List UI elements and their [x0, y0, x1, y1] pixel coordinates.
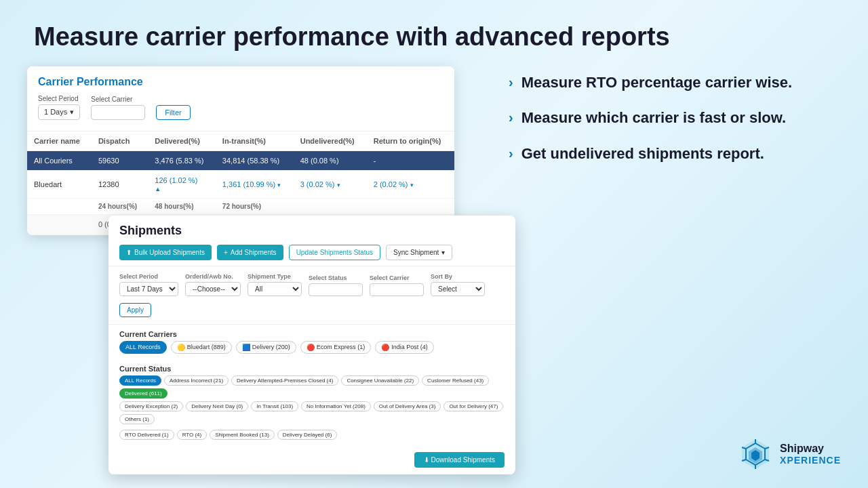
logo-area: Shipway XPERIENCE — [738, 436, 841, 472]
col-undelivered: Undelivered(%) — [294, 131, 367, 151]
status-tag-all[interactable]: ALL Records — [119, 375, 161, 386]
filter-period-label: Select Period — [119, 273, 178, 280]
shipments-title: Shipments — [119, 224, 505, 238]
select-carrier-label: Select Carrier — [91, 96, 145, 103]
chevron-down-icon: ▾ — [441, 249, 445, 256]
filter-status-input[interactable] — [309, 283, 363, 296]
filter-period-select[interactable]: Last 7 Days — [119, 282, 178, 296]
status-tag-delivered[interactable]: Delivered (611) — [119, 388, 167, 399]
right-panel: › Measure RTO percentage carrier wise. ›… — [509, 66, 841, 480]
status-tag-shipment-booked[interactable]: Shipment Booked (13) — [210, 430, 275, 440]
status-tag-address-incorrect[interactable]: Address Incorrect (21) — [164, 375, 229, 386]
bulk-upload-button[interactable]: ⬆ Bulk Upload Shipments — [119, 245, 212, 260]
filter-orderid-label: OrderId/Awb No. — [185, 273, 241, 280]
col-delivered: Delivered(%) — [148, 131, 216, 151]
page-title: Measure carrier performance with advance… — [0, 0, 868, 66]
bullet-text-1: Measure RTO percentage carrier wise. — [521, 73, 792, 93]
status-tag-out-delivery-area[interactable]: Out of Delivery Area (3) — [374, 401, 441, 411]
left-panel: Carrier Performance Select Period 1 Days… — [27, 66, 488, 432]
filter-orderid-select[interactable]: --Choose-- — [185, 282, 241, 296]
filter-carrier-input[interactable] — [370, 283, 424, 296]
carrier-performance-card: Carrier Performance Select Period 1 Days… — [27, 66, 454, 235]
speed-headers-row: 24 hours(%) 48 hours(%) 72 hours(%) — [27, 198, 454, 214]
col-rto: Return to origin(%) — [367, 131, 454, 151]
status-tag-consignee[interactable]: Consignee Unavailable (22) — [341, 375, 419, 386]
table-row: All Couriers 59630 3,476 (5.83 %) 34,814… — [27, 150, 454, 170]
chevron-down-icon: ▾ — [70, 108, 74, 117]
col-carrier-name: Carrier name — [27, 131, 92, 151]
download-icon: ⬇ — [424, 456, 431, 464]
col-intransit: In-transit(%) — [216, 131, 294, 151]
carrier-tag-all[interactable]: ALL Records — [119, 341, 167, 354]
status-tag-rto[interactable]: RTO (4) — [177, 430, 208, 440]
status-tag-out-for-delivery[interactable]: Out for Delivery (47) — [443, 401, 503, 411]
bullet-item-2: › Measure which carrier is fast or slow. — [509, 108, 841, 128]
select-period-label: Select Period — [38, 95, 80, 102]
status-tag-delivery-next-day[interactable]: Delivery Next Day (0) — [186, 401, 248, 411]
shipments-card: Shipments ⬆ Bulk Upload Shipments + Add … — [108, 216, 515, 474]
add-shipments-button[interactable]: + Add Shipments — [217, 245, 283, 260]
filter-button[interactable]: Filter — [156, 105, 190, 120]
status-tag-no-info[interactable]: No Information Yet (208) — [301, 401, 371, 411]
bullet-item-3: › Get undelivered shipments report. — [509, 144, 841, 164]
carriers-row: ALL Records 🟡 Bluedart (889) 🟦 Delivery … — [108, 341, 515, 359]
bullet-text-3: Get undelivered shipments report. — [521, 144, 764, 164]
status-tag-delivery-attempted[interactable]: Delivery Attempted-Premises Closed (4) — [231, 375, 338, 386]
carrier-card-title: Carrier Performance — [38, 76, 443, 88]
select-carrier-input[interactable] — [91, 105, 145, 120]
bullet-item-1: › Measure RTO percentage carrier wise. — [509, 73, 841, 93]
download-shipments-button[interactable]: ⬇ Download Shipments — [414, 452, 505, 468]
select-period-input[interactable]: 1 Days ▾ — [38, 104, 80, 120]
col-dispatch: Dispatch — [92, 131, 148, 151]
status-tag-others[interactable]: Others (1) — [119, 414, 155, 424]
chevron-icon-3: › — [509, 146, 513, 161]
status-tag-delivery-exception[interactable]: Delivery Exception (2) — [119, 401, 183, 411]
bullet-text-2: Measure which carrier is fast or slow. — [521, 108, 786, 128]
apply-button[interactable]: Apply — [119, 303, 151, 317]
filter-carrier-label: Select Carrier — [370, 274, 424, 281]
carrier-tag-bluedart[interactable]: 🟡 Bluedart (889) — [171, 341, 232, 354]
sync-button[interactable]: Sync Shipment ▾ — [386, 245, 452, 260]
filter-shiptype-select[interactable]: All — [248, 282, 302, 296]
carrier-tag-ecom[interactable]: 🔴 Ecom Express (1) — [300, 341, 372, 354]
filter-status-label: Select Status — [309, 274, 363, 281]
status-tag-customer-refused[interactable]: Customer Refused (43) — [422, 375, 489, 386]
logo-text: Shipway XPERIENCE — [780, 443, 841, 466]
table-row: Bluedart 12380 126 (1.02 %)▲ 1,361 (10.9… — [27, 170, 454, 198]
status-tag-in-transit[interactable]: In Transit (103) — [251, 401, 298, 411]
update-status-button[interactable]: Update Shipments Status — [289, 245, 380, 260]
plus-icon: + — [224, 249, 228, 256]
status-tag-delivery-delayed[interactable]: Delivery Delayed (6) — [277, 430, 337, 440]
chevron-icon-2: › — [509, 110, 513, 125]
current-status-label: Current Status — [108, 359, 515, 375]
status-tag-rto-delivered[interactable]: RTO Delivered (1) — [119, 430, 174, 440]
carrier-tag-indiapost[interactable]: 🔴 India Post (4) — [375, 341, 434, 354]
filter-sortby-label: Sort By — [431, 273, 485, 280]
upload-icon: ⬆ — [126, 249, 132, 256]
carrier-tag-delivery[interactable]: 🟦 Delivery (200) — [236, 341, 296, 354]
chevron-icon-1: › — [509, 75, 513, 90]
filter-sortby-select[interactable]: Select — [431, 282, 485, 296]
status-section: ALL Records Address Incorrect (21) Deliv… — [108, 375, 515, 448]
filter-shiptype-label: Shipment Type — [248, 273, 302, 280]
shipway-logo-icon — [738, 436, 773, 472]
current-carriers-label: Current Carriers — [108, 325, 515, 341]
